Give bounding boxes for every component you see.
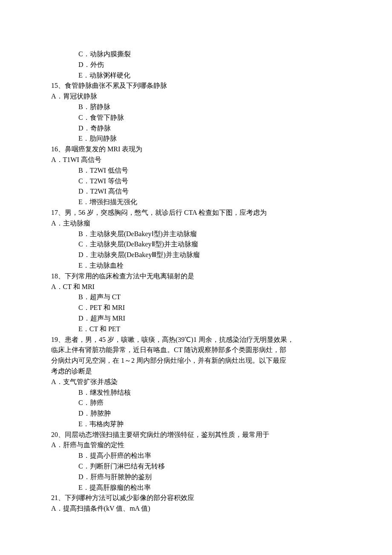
option-text: E．主动脉血栓 xyxy=(51,260,341,271)
option-text: C．动脉内膜撕裂 xyxy=(51,49,341,60)
option-text: E．肋间静脉 xyxy=(51,133,341,144)
option-text: B．超声与 CT xyxy=(51,292,341,303)
question-number: 15、 xyxy=(51,82,65,89)
stem-text: 考虑的诊断是 xyxy=(51,366,341,377)
document-page: C．动脉内膜撕裂 D．外伤 E．动脉粥样硬化 15、食管静脉曲张不累及下列哪条静… xyxy=(0,0,392,555)
option-text: C．肺癌 xyxy=(51,398,341,408)
option-text: A．肝癌与血管瘤的定性 xyxy=(51,440,341,451)
stem-text: 下列常用的临床检查方法中无电离辐射的是 xyxy=(65,272,194,280)
option-text: A．提高扫描条件(kV 值、mA 值) xyxy=(51,503,341,514)
option-text: E．提高肝腺瘤的检出率 xyxy=(51,483,341,493)
stem-text: 下列哪种方法可以减少影像的部分容积效应 xyxy=(65,494,194,501)
question-number: 16、 xyxy=(51,145,65,153)
option-text: C．PET 和 MRI xyxy=(51,303,341,313)
option-text: B．继发性肺结核 xyxy=(51,387,341,398)
question-stem: 21、下列哪种方法可以减少影像的部分容积效应 xyxy=(51,493,341,503)
option-text: C．判断肝门淋巴结有无转移 xyxy=(51,461,341,472)
option-text: C．主动脉夹层(DeBakeyⅡ型)并主动脉瘤 xyxy=(51,239,341,250)
stem-text: 男，56 岁，突感胸闷，憋气，就诊后行 CTA 检查如下图，应考虑为 xyxy=(65,209,267,216)
question-number: 18、 xyxy=(51,272,65,280)
option-text: A．支气管扩张并感染 xyxy=(51,377,341,387)
option-text: B．脐静脉 xyxy=(51,102,341,113)
question-stem: 19、患者，男，45 岁，咳嗽，咳痰，高热(39℃)1 周余，抗感染治疗无明显效… xyxy=(51,335,341,345)
option-text: C．T2WI 等信号 xyxy=(51,176,341,187)
question-stem: 17、男，56 岁，突感胸闷，憋气，就诊后行 CTA 检查如下图，应考虑为 xyxy=(51,208,341,218)
option-text: A．T1WI 高信号 xyxy=(51,155,341,165)
option-text: D．肺脓肿 xyxy=(51,408,341,419)
question-stem: 18、下列常用的临床检查方法中无电离辐射的是 xyxy=(51,271,341,282)
question-number: 19、 xyxy=(51,336,65,343)
option-text: A．主动脉瘤 xyxy=(51,218,341,229)
stem-text: 鼻咽癌复发的 MRI 表现为 xyxy=(65,145,142,153)
option-text: A．胃冠状静脉 xyxy=(51,91,341,102)
option-text: B．主动脉夹层(DeBakeyⅠ型)并主动脉瘤 xyxy=(51,229,341,240)
option-text: D．肝癌与肝脓肿的鉴别 xyxy=(51,472,341,483)
question-number: 21、 xyxy=(51,494,65,501)
option-text: C．食管下静脉 xyxy=(51,113,341,123)
option-text: B．提高小肝癌的检出率 xyxy=(51,451,341,461)
option-text: D．T2WI 高信号 xyxy=(51,186,341,197)
option-text: B．T2WI 低信号 xyxy=(51,165,341,176)
option-text: E．CT 和 PET xyxy=(51,324,341,335)
stem-text: 患者，男，45 岁，咳嗽，咳痰，高热(39℃)1 周余，抗感染治疗无明显效果， xyxy=(65,336,294,343)
option-text: D．超声与 MRI xyxy=(51,313,341,324)
option-text: E．增强扫描无强化 xyxy=(51,197,341,208)
stem-text: 分病灶内可见空洞，在 1～2 周内部分病灶缩小，并有新的病灶出现。以下最应 xyxy=(51,356,341,366)
option-text: E．动脉粥样硬化 xyxy=(51,70,341,81)
option-text: D．外伤 xyxy=(51,60,341,70)
option-text: D．主动脉夹层(DeBakeyⅢ型)并主动脉瘤 xyxy=(51,250,341,260)
question-number: 20、 xyxy=(51,431,65,438)
option-text: A．CT 和 MRI xyxy=(51,282,341,292)
question-number: 17、 xyxy=(51,209,65,216)
option-text: E．韦格肉芽肿 xyxy=(51,419,341,430)
question-stem: 15、食管静脉曲张不累及下列哪条静脉 xyxy=(51,81,341,91)
stem-text: 同层动态增强扫描主要研究病灶的增强特征，鉴别其性质，最常用于 xyxy=(65,431,269,438)
question-stem: 16、鼻咽癌复发的 MRI 表现为 xyxy=(51,144,341,155)
question-stem: 20、同层动态增强扫描主要研究病灶的增强特征，鉴别其性质，最常用于 xyxy=(51,430,341,440)
stem-text: 临床上伴有肾脏功能异常，近日有咯血。CT 随访观察肺部多个类圆形病灶，部 xyxy=(51,345,341,356)
option-text: D．奇静脉 xyxy=(51,123,341,134)
stem-text: 食管静脉曲张不累及下列哪条静脉 xyxy=(65,82,167,89)
